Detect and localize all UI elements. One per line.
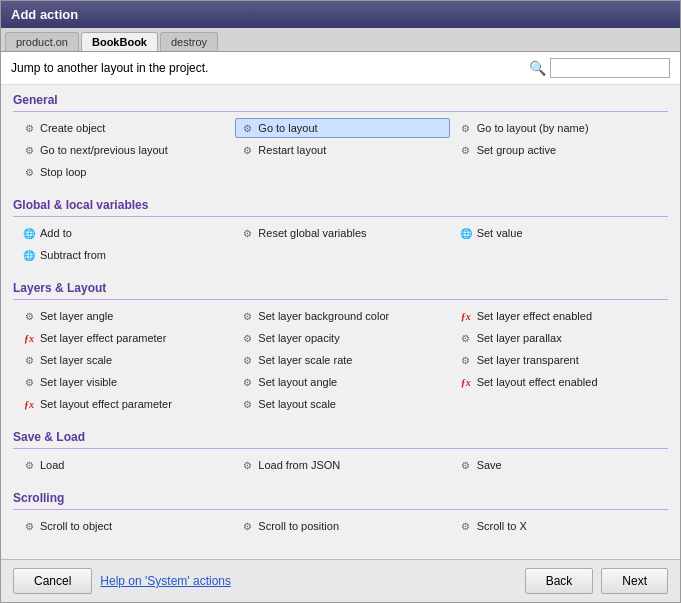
description-text: Jump to another layout in the project. [11, 61, 208, 75]
action-label: Go to next/previous layout [40, 144, 168, 156]
action-label: Load [40, 459, 64, 471]
action-set-layer-visible[interactable]: ⚙ Set layer visible [17, 372, 231, 392]
action-label: Set value [477, 227, 523, 239]
action-label: Set layer transparent [477, 354, 579, 366]
action-stop-loop[interactable]: ⚙ Stop loop [17, 162, 231, 182]
gear-icon: ⚙ [22, 458, 36, 472]
action-label: Add to [40, 227, 72, 239]
action-label: Create object [40, 122, 105, 134]
tab-bar: product.on BookBook destroy [1, 28, 680, 52]
gear-icon: ⚙ [22, 165, 36, 179]
action-save[interactable]: ⚙ Save [454, 455, 668, 475]
action-load-from-json[interactable]: ⚙ Load from JSON [235, 455, 449, 475]
action-add-to[interactable]: 🌐 Add to [17, 223, 231, 243]
gear-icon: ⚙ [240, 121, 254, 135]
footer-left: Cancel Help on 'System' actions [13, 568, 231, 594]
action-reset-global-vars[interactable]: ⚙ Reset global variables [235, 223, 449, 243]
gear-icon: ⚙ [240, 375, 254, 389]
section-global-local: Global & local variables 🌐 Add to ⚙ Rese… [13, 198, 668, 265]
globe-icon: 🌐 [22, 226, 36, 240]
action-load[interactable]: ⚙ Load [17, 455, 231, 475]
action-set-layer-scale-rate[interactable]: ⚙ Set layer scale rate [235, 350, 449, 370]
action-label: Load from JSON [258, 459, 340, 471]
gear-icon: ⚙ [240, 353, 254, 367]
footer-right: Back Next [525, 568, 668, 594]
search-input[interactable] [550, 58, 670, 78]
action-set-layer-opacity[interactable]: ⚙ Set layer opacity [235, 328, 449, 348]
section-save-load-items: ⚙ Load ⚙ Load from JSON ⚙ Save [13, 455, 668, 475]
cancel-button[interactable]: Cancel [13, 568, 92, 594]
gear-icon: ⚙ [459, 458, 473, 472]
tab-bookbook[interactable]: BookBook [81, 32, 158, 51]
gear-icon: ⚙ [240, 226, 254, 240]
gear-icon: ⚙ [459, 121, 473, 135]
add-action-dialog: Add action product.on BookBook destroy J… [0, 0, 681, 603]
action-restart-layout[interactable]: ⚙ Restart layout [235, 140, 449, 160]
action-label: Scroll to X [477, 520, 527, 532]
back-button[interactable]: Back [525, 568, 594, 594]
action-label: Subtract from [40, 249, 106, 261]
tab-destroy[interactable]: destroy [160, 32, 218, 51]
gear-icon: ⚙ [240, 397, 254, 411]
section-save-load-header: Save & Load [13, 430, 668, 449]
action-go-to-layout-by-name[interactable]: ⚙ Go to layout (by name) [454, 118, 668, 138]
action-set-layout-angle[interactable]: ⚙ Set layout angle [235, 372, 449, 392]
action-label: Save [477, 459, 502, 471]
help-link[interactable]: Help on 'System' actions [100, 574, 231, 588]
action-scroll-to-x[interactable]: ⚙ Scroll to X [454, 516, 668, 536]
action-label: Scroll to object [40, 520, 112, 532]
action-set-layout-effect-enabled[interactable]: ƒx Set layout effect enabled [454, 372, 668, 392]
title-bar: Add action [1, 1, 680, 28]
action-label: Reset global variables [258, 227, 366, 239]
action-set-layer-bg-color[interactable]: ⚙ Set layer background color [235, 306, 449, 326]
action-label: Stop loop [40, 166, 86, 178]
scrollable-content[interactable]: General ⚙ Create object ⚙ Go to layout ⚙… [1, 85, 680, 559]
action-label: Set layer background color [258, 310, 389, 322]
gear-icon: ⚙ [240, 309, 254, 323]
action-set-value[interactable]: 🌐 Set value [454, 223, 668, 243]
search-icon: 🔍 [529, 60, 546, 76]
action-label: Set layer effect enabled [477, 310, 592, 322]
content-area: General ⚙ Create object ⚙ Go to layout ⚙… [1, 85, 680, 559]
gear-icon: ⚙ [459, 143, 473, 157]
description-bar: Jump to another layout in the project. 🔍 [1, 52, 680, 85]
action-set-layout-scale[interactable]: ⚙ Set layout scale [235, 394, 449, 414]
action-label: Set group active [477, 144, 557, 156]
gear-icon: ⚙ [240, 458, 254, 472]
section-general-header: General [13, 93, 668, 112]
action-label: Set layout scale [258, 398, 336, 410]
action-go-to-next-prev-layout[interactable]: ⚙ Go to next/previous layout [17, 140, 231, 160]
action-set-layer-parallax[interactable]: ⚙ Set layer parallax [454, 328, 668, 348]
section-global-local-items: 🌐 Add to ⚙ Reset global variables 🌐 Set … [13, 223, 668, 265]
tab-product[interactable]: product.on [5, 32, 79, 51]
action-set-layer-effect-enabled[interactable]: ƒx Set layer effect enabled [454, 306, 668, 326]
action-set-layer-scale[interactable]: ⚙ Set layer scale [17, 350, 231, 370]
action-set-layer-angle[interactable]: ⚙ Set layer angle [17, 306, 231, 326]
action-label: Set layer opacity [258, 332, 339, 344]
action-set-group-active[interactable]: ⚙ Set group active [454, 140, 668, 160]
action-scroll-to-position[interactable]: ⚙ Scroll to position [235, 516, 449, 536]
gear-icon: ⚙ [22, 309, 36, 323]
action-label: Set layer effect parameter [40, 332, 166, 344]
globe-icon: 🌐 [459, 226, 473, 240]
dialog-title: Add action [11, 7, 78, 22]
action-label: Restart layout [258, 144, 326, 156]
action-scroll-to-object[interactable]: ⚙ Scroll to object [17, 516, 231, 536]
action-set-layout-effect-param[interactable]: ƒx Set layout effect parameter [17, 394, 231, 414]
section-layers-layout-items: ⚙ Set layer angle ⚙ Set layer background… [13, 306, 668, 414]
section-global-local-header: Global & local variables [13, 198, 668, 217]
action-set-layer-effect-param[interactable]: ƒx Set layer effect parameter [17, 328, 231, 348]
action-go-to-layout[interactable]: ⚙ Go to layout [235, 118, 449, 138]
action-set-layer-transparent[interactable]: ⚙ Set layer transparent [454, 350, 668, 370]
action-label: Set layout effect parameter [40, 398, 172, 410]
action-label: Set layer visible [40, 376, 117, 388]
action-label: Set layer parallax [477, 332, 562, 344]
section-general: General ⚙ Create object ⚙ Go to layout ⚙… [13, 93, 668, 182]
action-label: Set layer angle [40, 310, 113, 322]
next-button[interactable]: Next [601, 568, 668, 594]
action-create-object[interactable]: ⚙ Create object [17, 118, 231, 138]
action-label: Set layer scale [40, 354, 112, 366]
section-general-items: ⚙ Create object ⚙ Go to layout ⚙ Go to l… [13, 118, 668, 182]
action-label: Go to layout (by name) [477, 122, 589, 134]
action-subtract-from[interactable]: 🌐 Subtract from [17, 245, 231, 265]
